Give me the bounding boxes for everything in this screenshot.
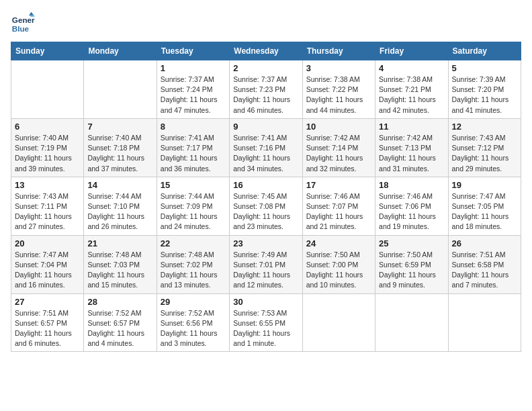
day-number: 8 [161, 122, 226, 132]
day-number: 27 [15, 297, 80, 307]
day-number: 16 [233, 180, 298, 190]
calendar-week-row: 1Sunrise: 7:37 AM Sunset: 7:24 PM Daylig… [11, 60, 521, 119]
day-number: 29 [161, 297, 226, 307]
calendar-cell: 25Sunrise: 7:50 AM Sunset: 6:59 PM Dayli… [375, 235, 448, 293]
day-number: 25 [379, 238, 444, 248]
day-info: Sunrise: 7:38 AM Sunset: 7:21 PM Dayligh… [379, 75, 444, 116]
day-number: 15 [161, 180, 226, 190]
calendar-cell: 29Sunrise: 7:52 AM Sunset: 6:56 PM Dayli… [157, 293, 229, 352]
calendar-cell: 20Sunrise: 7:47 AM Sunset: 7:04 PM Dayli… [11, 235, 84, 293]
calendar-cell: 4Sunrise: 7:38 AM Sunset: 7:21 PM Daylig… [375, 60, 448, 119]
day-header-wednesday: Wednesday [230, 42, 302, 60]
calendar-cell [84, 60, 157, 119]
calendar-cell: 22Sunrise: 7:48 AM Sunset: 7:02 PM Dayli… [157, 235, 229, 293]
day-number: 30 [233, 297, 298, 307]
day-number: 17 [306, 180, 371, 190]
day-info: Sunrise: 7:48 AM Sunset: 7:03 PM Dayligh… [87, 250, 152, 291]
day-info: Sunrise: 7:37 AM Sunset: 7:23 PM Dayligh… [233, 75, 298, 116]
calendar-cell: 26Sunrise: 7:51 AM Sunset: 6:58 PM Dayli… [448, 235, 521, 293]
day-number: 9 [233, 122, 298, 132]
calendar-cell: 24Sunrise: 7:50 AM Sunset: 7:00 PM Dayli… [302, 235, 375, 293]
calendar-cell: 10Sunrise: 7:42 AM Sunset: 7:14 PM Dayli… [302, 118, 375, 177]
calendar-cell [11, 60, 84, 119]
day-info: Sunrise: 7:51 AM Sunset: 6:58 PM Dayligh… [452, 250, 517, 291]
day-info: Sunrise: 7:51 AM Sunset: 6:57 PM Dayligh… [15, 308, 80, 349]
calendar-cell: 21Sunrise: 7:48 AM Sunset: 7:03 PM Dayli… [84, 235, 157, 293]
day-number: 5 [452, 63, 517, 73]
calendar-cell: 23Sunrise: 7:49 AM Sunset: 7:01 PM Dayli… [230, 235, 302, 293]
day-info: Sunrise: 7:43 AM Sunset: 7:12 PM Dayligh… [452, 133, 517, 174]
calendar-cell: 30Sunrise: 7:53 AM Sunset: 6:55 PM Dayli… [230, 293, 302, 352]
day-number: 26 [452, 238, 517, 248]
day-header-saturday: Saturday [448, 42, 521, 60]
day-info: Sunrise: 7:44 AM Sunset: 7:09 PM Dayligh… [161, 191, 226, 232]
day-number: 28 [87, 297, 152, 307]
day-info: Sunrise: 7:40 AM Sunset: 7:18 PM Dayligh… [87, 133, 152, 174]
day-info: Sunrise: 7:48 AM Sunset: 7:02 PM Dayligh… [161, 250, 226, 291]
calendar-cell: 3Sunrise: 7:38 AM Sunset: 7:22 PM Daylig… [302, 60, 375, 119]
calendar-week-row: 27Sunrise: 7:51 AM Sunset: 6:57 PM Dayli… [11, 293, 521, 352]
day-number: 12 [452, 122, 517, 132]
day-info: Sunrise: 7:38 AM Sunset: 7:22 PM Dayligh… [306, 75, 371, 116]
day-info: Sunrise: 7:45 AM Sunset: 7:08 PM Dayligh… [233, 191, 298, 232]
calendar-cell: 2Sunrise: 7:37 AM Sunset: 7:23 PM Daylig… [230, 60, 302, 119]
day-info: Sunrise: 7:43 AM Sunset: 7:11 PM Dayligh… [15, 191, 80, 232]
calendar-body: 1Sunrise: 7:37 AM Sunset: 7:24 PM Daylig… [11, 60, 521, 352]
calendar-cell: 13Sunrise: 7:43 AM Sunset: 7:11 PM Dayli… [11, 177, 84, 235]
page-header: General Blue [11, 11, 521, 35]
day-number: 22 [161, 238, 226, 248]
calendar-header-row: SundayMondayTuesdayWednesdayThursdayFrid… [11, 42, 521, 60]
day-info: Sunrise: 7:41 AM Sunset: 7:17 PM Dayligh… [161, 133, 226, 174]
day-header-sunday: Sunday [11, 42, 84, 60]
calendar-cell: 27Sunrise: 7:51 AM Sunset: 6:57 PM Dayli… [11, 293, 84, 352]
day-number: 6 [15, 122, 80, 132]
day-number: 2 [233, 63, 298, 73]
calendar-cell: 28Sunrise: 7:52 AM Sunset: 6:57 PM Dayli… [84, 293, 157, 352]
svg-text:Blue: Blue [12, 24, 30, 33]
day-number: 3 [306, 63, 371, 73]
calendar-cell: 5Sunrise: 7:39 AM Sunset: 7:20 PM Daylig… [448, 60, 521, 119]
day-number: 10 [306, 122, 371, 132]
calendar-cell [448, 293, 521, 352]
day-info: Sunrise: 7:47 AM Sunset: 7:04 PM Dayligh… [15, 250, 80, 291]
calendar-week-row: 20Sunrise: 7:47 AM Sunset: 7:04 PM Dayli… [11, 235, 521, 293]
day-info: Sunrise: 7:46 AM Sunset: 7:06 PM Dayligh… [379, 191, 444, 232]
day-info: Sunrise: 7:42 AM Sunset: 7:14 PM Dayligh… [306, 133, 371, 174]
logo: General Blue [11, 11, 38, 35]
calendar-cell: 18Sunrise: 7:46 AM Sunset: 7:06 PM Dayli… [375, 177, 448, 235]
calendar-cell: 1Sunrise: 7:37 AM Sunset: 7:24 PM Daylig… [157, 60, 229, 119]
day-info: Sunrise: 7:53 AM Sunset: 6:55 PM Dayligh… [233, 308, 298, 349]
day-info: Sunrise: 7:50 AM Sunset: 6:59 PM Dayligh… [379, 250, 444, 291]
day-number: 19 [452, 180, 517, 190]
calendar-cell: 16Sunrise: 7:45 AM Sunset: 7:08 PM Dayli… [230, 177, 302, 235]
calendar-cell: 9Sunrise: 7:41 AM Sunset: 7:16 PM Daylig… [230, 118, 302, 177]
logo-icon: General Blue [11, 11, 35, 35]
calendar-cell: 7Sunrise: 7:40 AM Sunset: 7:18 PM Daylig… [84, 118, 157, 177]
calendar-cell: 14Sunrise: 7:44 AM Sunset: 7:10 PM Dayli… [84, 177, 157, 235]
day-header-thursday: Thursday [302, 42, 375, 60]
day-number: 18 [379, 180, 444, 190]
day-number: 13 [15, 180, 80, 190]
day-info: Sunrise: 7:52 AM Sunset: 6:56 PM Dayligh… [161, 308, 226, 349]
calendar-cell: 6Sunrise: 7:40 AM Sunset: 7:19 PM Daylig… [11, 118, 84, 177]
day-info: Sunrise: 7:49 AM Sunset: 7:01 PM Dayligh… [233, 250, 298, 291]
day-header-tuesday: Tuesday [157, 42, 229, 60]
day-number: 14 [87, 180, 152, 190]
day-info: Sunrise: 7:40 AM Sunset: 7:19 PM Dayligh… [15, 133, 80, 174]
day-number: 23 [233, 238, 298, 248]
calendar-week-row: 13Sunrise: 7:43 AM Sunset: 7:11 PM Dayli… [11, 177, 521, 235]
calendar-cell: 12Sunrise: 7:43 AM Sunset: 7:12 PM Dayli… [448, 118, 521, 177]
calendar-cell: 17Sunrise: 7:46 AM Sunset: 7:07 PM Dayli… [302, 177, 375, 235]
day-header-friday: Friday [375, 42, 448, 60]
calendar-table: SundayMondayTuesdayWednesdayThursdayFrid… [11, 42, 521, 352]
day-number: 7 [87, 122, 152, 132]
day-number: 11 [379, 122, 444, 132]
day-number: 24 [306, 238, 371, 248]
day-info: Sunrise: 7:44 AM Sunset: 7:10 PM Dayligh… [87, 191, 152, 232]
calendar-week-row: 6Sunrise: 7:40 AM Sunset: 7:19 PM Daylig… [11, 118, 521, 177]
day-info: Sunrise: 7:42 AM Sunset: 7:13 PM Dayligh… [379, 133, 444, 174]
calendar-cell: 15Sunrise: 7:44 AM Sunset: 7:09 PM Dayli… [157, 177, 229, 235]
calendar-cell [375, 293, 448, 352]
day-info: Sunrise: 7:50 AM Sunset: 7:00 PM Dayligh… [306, 250, 371, 291]
calendar-cell: 11Sunrise: 7:42 AM Sunset: 7:13 PM Dayli… [375, 118, 448, 177]
